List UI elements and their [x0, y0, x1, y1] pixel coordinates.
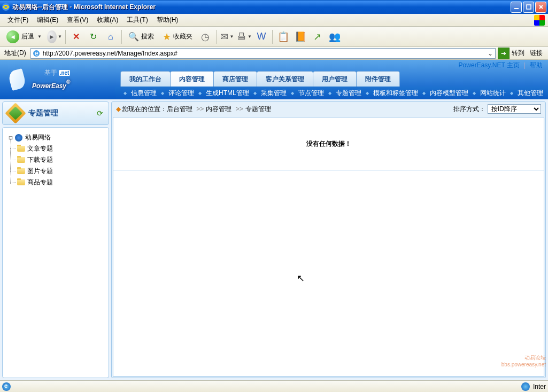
subnav-collect[interactable]: 采集管理 — [259, 89, 289, 98]
menu-edit[interactable]: 编辑(E) — [33, 14, 63, 26]
tree-root[interactable]: ⊟ 动易网络 — [7, 132, 104, 143]
menu-help[interactable]: 帮助(H) — [152, 14, 183, 26]
research-button[interactable]: 📙 — [293, 29, 308, 44]
refresh-button[interactable]: ↻ — [86, 29, 101, 44]
status-bar: Inter — [0, 380, 548, 392]
window-titlebar: 动易网络--后台管理 - Microsoft Internet Explorer — [0, 0, 548, 14]
location-icon: ◆ — [116, 105, 121, 113]
help-link[interactable]: 帮助 — [530, 61, 543, 70]
go-label: 转到 — [512, 49, 524, 58]
header-links: PowerEasy.NET 主页 | 帮助 — [115, 60, 548, 70]
menu-bar: 文件(F) 编辑(E) 查看(V) 收藏(A) 工具(T) 帮助(H) — [0, 14, 548, 27]
logo-leaf-icon — [6, 69, 28, 90]
address-input[interactable]: e http://2007.powereasy.net/Manage/Index… — [30, 48, 496, 59]
favorites-label: 收藏夹 — [173, 32, 192, 41]
ie-icon — [2, 382, 11, 391]
maximize-button[interactable] — [523, 2, 534, 13]
subnav-model[interactable]: 内容模型管理 — [428, 89, 470, 98]
sort-select[interactable]: 按ID降序 — [488, 104, 541, 114]
history-button[interactable]: ◷ — [198, 29, 213, 44]
minimize-button[interactable] — [511, 2, 522, 13]
menu-file[interactable]: 文件(F) — [3, 14, 33, 26]
app-header: 基于 .net PowerEasy® PowerEasy.NET 主页 | 帮助… — [0, 60, 548, 99]
page-icon: e — [32, 49, 41, 58]
window-title: 动易网络--后台管理 - Microsoft Internet Explorer — [12, 3, 510, 12]
zone-icon — [521, 382, 530, 391]
share-button[interactable]: ↗ — [310, 29, 325, 44]
logo-area: 基于 .net PowerEasy® — [0, 60, 115, 99]
edit-button[interactable]: W — [254, 29, 269, 44]
refresh-icon[interactable]: ⟳ — [97, 109, 103, 117]
tab-workbench[interactable]: 我的工作台 — [120, 71, 171, 87]
tab-content-mgmt[interactable]: 内容管理 — [170, 71, 214, 87]
links-label[interactable]: 链接 — [527, 49, 546, 58]
go-button[interactable]: ➔ — [498, 48, 510, 59]
main-tabs: 我的工作台 内容管理 商店管理 客户关系管理 用户管理 附件管理 — [115, 70, 548, 87]
forward-button[interactable]: ►▼ — [47, 29, 62, 44]
print-button[interactable]: 🖶▼ — [237, 29, 252, 44]
cube-icon — [5, 103, 26, 124]
tree-panel: ⊟ 动易网络 文章专题 下载专题 图片专题 商品专题 — [2, 127, 109, 378]
search-label: 搜索 — [141, 32, 154, 41]
subnav-other[interactable]: 其他管理 — [515, 89, 545, 98]
mail-button[interactable]: ✉▼ — [220, 29, 235, 44]
panel-header: 专题管理 ⟳ — [2, 101, 109, 125]
logo-subtitle: 基于 .net — [32, 68, 70, 77]
subnav-html[interactable]: 生成HTML管理 — [204, 89, 251, 98]
svg-rect-2 — [527, 5, 531, 9]
tree-item-product[interactable]: 商品专题 — [17, 177, 104, 188]
breadcrumb-bar: ◆ 您现在的位置：后台管理 >>内容管理 >>专题管理 排序方式： 按ID降序 — [113, 103, 544, 115]
folder-icon — [17, 157, 25, 163]
panel-title: 专题管理 — [28, 108, 97, 118]
globe-icon — [15, 134, 22, 142]
separator — [272, 30, 273, 44]
zone-text: Inter — [533, 383, 546, 390]
sort-label: 排序方式： — [453, 105, 485, 114]
tab-attachment-mgmt[interactable]: 附件管理 — [356, 71, 400, 87]
folder-icon — [17, 146, 25, 152]
tab-crm[interactable]: 客户关系管理 — [257, 71, 313, 87]
url-text: http://2007.powereasy.net/Manage/Index.a… — [43, 50, 486, 57]
address-dropdown[interactable]: ⌄ — [486, 50, 494, 57]
tree-item-download[interactable]: 下载专题 — [17, 154, 104, 166]
data-area: 没有任何数据！ — [113, 117, 544, 170]
subnav-info[interactable]: 信息管理 — [129, 89, 159, 98]
menu-view[interactable]: 查看(V) — [63, 14, 92, 26]
subnav-node[interactable]: 节点管理 — [296, 89, 326, 98]
windows-flag-icon — [534, 15, 545, 26]
menu-tools[interactable]: 工具(T) — [122, 14, 152, 26]
favorites-button[interactable]: ★收藏夹 — [159, 29, 196, 44]
main-body: 专题管理 ⟳ ⊟ 动易网络 文章专题 下载专题 图片专题 商品专题 ◆ — [0, 99, 548, 380]
tab-shop-mgmt[interactable]: 商店管理 — [213, 71, 257, 87]
subnav-comment[interactable]: 评论管理 — [166, 89, 196, 98]
right-content: ◆ 您现在的位置：后台管理 >>内容管理 >>专题管理 排序方式： 按ID降序 … — [111, 101, 546, 378]
separator — [65, 30, 66, 44]
address-label: 地址(D) — [2, 49, 28, 58]
home-button[interactable]: ⌂ — [103, 29, 118, 44]
breadcrumb: 您现在的位置：后台管理 >>内容管理 >>专题管理 — [122, 105, 453, 114]
subnav-template[interactable]: 模板和标签管理 — [371, 89, 420, 98]
tree-item-photo[interactable]: 图片专题 — [17, 166, 104, 177]
tab-user-mgmt[interactable]: 用户管理 — [313, 71, 357, 87]
home-link[interactable]: PowerEasy.NET 主页 — [459, 61, 520, 70]
page-content: 基于 .net PowerEasy® PowerEasy.NET 主页 | 帮助… — [0, 60, 548, 380]
sub-nav: ◆信息管理 ◆评论管理 ◆生成HTML管理 ◆采集管理 ◆节点管理 ◆专题管理 … — [115, 87, 548, 99]
search-button[interactable]: 🔍搜索 — [125, 29, 157, 44]
close-button[interactable] — [535, 2, 546, 13]
tree-item-article[interactable]: 文章专题 — [17, 143, 104, 154]
svg-text:e: e — [35, 50, 38, 57]
messenger-button[interactable]: 👥 — [327, 29, 342, 44]
subnav-stats[interactable]: 网站统计 — [478, 89, 508, 98]
separator — [121, 30, 122, 44]
discuss-button[interactable]: 📋 — [276, 29, 291, 44]
stop-button[interactable]: ✕ — [69, 29, 84, 44]
app-icon — [2, 3, 10, 11]
svg-rect-1 — [514, 8, 519, 9]
subnav-special[interactable]: 专题管理 — [334, 89, 364, 98]
tree-root-label: 动易网络 — [25, 133, 51, 142]
no-data-message: 没有任何数据！ — [306, 139, 351, 148]
menu-favorites[interactable]: 收藏(A) — [92, 14, 122, 26]
separator — [216, 30, 217, 44]
back-button[interactable]: ◄ 后退 ▼ — [3, 29, 45, 44]
watermark: 动易论坛bbs.powereasy.net — [501, 354, 546, 367]
